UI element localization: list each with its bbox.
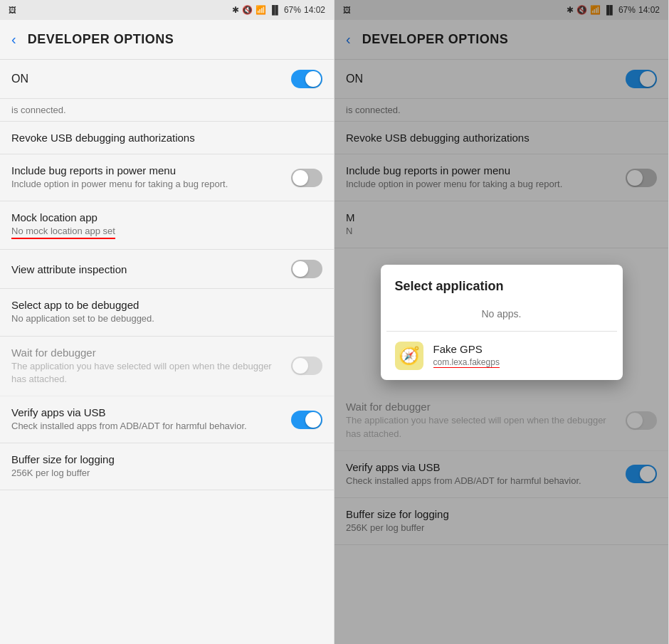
- wifi-icon: 📶: [256, 5, 266, 15]
- dialog-title: Select application: [381, 265, 623, 301]
- header-left: ‹ DEVELOPER OPTIONS: [0, 20, 334, 60]
- bluetooth-icon: ✱: [232, 5, 239, 15]
- setting-mock-location[interactable]: Mock location app No mock location app s…: [0, 201, 334, 250]
- fakegps-emoji: 🧭: [399, 346, 420, 366]
- page-title-left: DEVELOPER OPTIONS: [28, 32, 174, 47]
- settings-content-left: ON is connected. Revoke USB debugging au…: [0, 60, 334, 644]
- fakegps-name: Fake GPS: [433, 343, 500, 355]
- verify-usb-toggle[interactable]: [291, 411, 322, 429]
- setting-verify-usb-title: Verify apps via USB: [11, 406, 283, 418]
- status-bar-left: 🖼 ✱ 🔇 📶 ▐▌ 67% 14:02: [0, 0, 334, 20]
- on-row-left: ON: [0, 60, 334, 99]
- fakegps-package-text: com.lexa.fakegps: [433, 357, 500, 368]
- setting-revoke-usb-text: Revoke USB debugging authorizations: [11, 132, 322, 144]
- setting-select-debug-app-title: Select app to be debugged: [11, 299, 314, 311]
- setting-verify-usb[interactable]: Verify apps via USB Check installed apps…: [0, 396, 334, 443]
- setting-view-attribute-text: View attribute inspection: [11, 263, 291, 275]
- dialog-no-apps: No apps.: [381, 301, 623, 331]
- settings-content-right: ON is connected. Revoke USB debugging au…: [334, 60, 668, 644]
- setting-wait-debugger: Wait for debugger The application you ha…: [0, 337, 334, 396]
- setting-mock-location-text: Mock location app No mock location app s…: [11, 211, 322, 239]
- verify-usb-toggle-thumb: [305, 412, 321, 428]
- setting-revoke-usb[interactable]: Revoke USB debugging authorizations: [0, 122, 334, 154]
- setting-bug-reports[interactable]: Include bug reports in power menu Includ…: [0, 154, 334, 201]
- left-panel: 🖼 ✱ 🔇 📶 ▐▌ 67% 14:02 ‹ DEVELOPER OPTIONS…: [0, 0, 334, 644]
- bug-reports-toggle[interactable]: [291, 169, 322, 187]
- mute-icon: 🔇: [242, 5, 253, 15]
- on-toggle-left[interactable]: [291, 70, 322, 88]
- setting-wait-debugger-text: Wait for debugger The application you ha…: [11, 347, 291, 386]
- setting-buffer-size-title: Buffer size for logging: [11, 453, 314, 465]
- on-toggle-thumb-left: [305, 71, 321, 87]
- bug-reports-toggle-thumb: [293, 170, 308, 186]
- setting-buffer-size-text: Buffer size for logging 256K per log buf…: [11, 453, 322, 480]
- setting-mock-location-title: Mock location app: [11, 211, 314, 223]
- fakegps-package: com.lexa.fakegps: [433, 355, 500, 368]
- mock-underline-text: No mock location app set: [11, 225, 115, 239]
- status-right-info: ✱ 🔇 📶 ▐▌ 67% 14:02: [232, 5, 325, 15]
- setting-wait-debugger-title: Wait for debugger: [11, 347, 283, 359]
- wait-debugger-toggle: [291, 357, 322, 375]
- on-label-left: ON: [11, 73, 28, 85]
- setting-bug-reports-title: Include bug reports in power menu: [11, 164, 283, 176]
- back-button-left[interactable]: ‹: [11, 31, 16, 48]
- setting-view-attribute-title: View attribute inspection: [11, 263, 283, 275]
- setting-mock-location-subtitle: No mock location app set: [11, 225, 314, 239]
- time-left: 14:02: [304, 5, 325, 15]
- wait-debugger-toggle-thumb: [293, 358, 308, 374]
- status-left-icons: 🖼: [9, 6, 16, 14]
- setting-view-attribute[interactable]: View attribute inspection: [0, 250, 334, 289]
- setting-bug-reports-text: Include bug reports in power menu Includ…: [11, 164, 291, 191]
- connected-text-left: is connected.: [0, 99, 334, 122]
- image-icon: 🖼: [9, 6, 16, 14]
- view-attribute-toggle-thumb: [293, 261, 308, 277]
- setting-revoke-usb-title: Revoke USB debugging authorizations: [11, 132, 314, 144]
- setting-select-debug-app-text: Select app to be debugged No application…: [11, 299, 322, 325]
- setting-buffer-size-subtitle: 256K per log buffer: [11, 467, 314, 480]
- signal-icon: ▐▌: [269, 5, 281, 15]
- dialog-overlay[interactable]: Select application No apps. 🧭 Fake GPS c…: [334, 60, 668, 644]
- setting-wait-debugger-subtitle: The application you have selected will o…: [11, 360, 283, 386]
- setting-buffer-size[interactable]: Buffer size for logging 256K per log buf…: [0, 443, 334, 490]
- setting-select-debug-app-subtitle: No application set to be debugged.: [11, 312, 314, 325]
- setting-select-debug-app[interactable]: Select app to be debugged No application…: [0, 289, 334, 336]
- setting-verify-usb-subtitle: Check installed apps from ADB/ADT for ha…: [11, 420, 283, 433]
- fakegps-icon: 🧭: [395, 342, 423, 370]
- right-panel: 🖼 ✱ 🔇 📶 ▐▌ 67% 14:02 ‹ DEVELOPER OPTIONS…: [334, 0, 669, 644]
- view-attribute-toggle[interactable]: [291, 260, 322, 278]
- select-application-dialog: Select application No apps. 🧭 Fake GPS c…: [381, 265, 623, 380]
- setting-bug-reports-subtitle: Include option in power menu for taking …: [11, 178, 283, 191]
- battery-left: 67%: [284, 5, 301, 15]
- dialog-app-item-fakegps[interactable]: 🧭 Fake GPS com.lexa.fakegps: [381, 332, 623, 380]
- fakegps-info: Fake GPS com.lexa.fakegps: [433, 343, 500, 368]
- setting-verify-usb-text: Verify apps via USB Check installed apps…: [11, 406, 291, 433]
